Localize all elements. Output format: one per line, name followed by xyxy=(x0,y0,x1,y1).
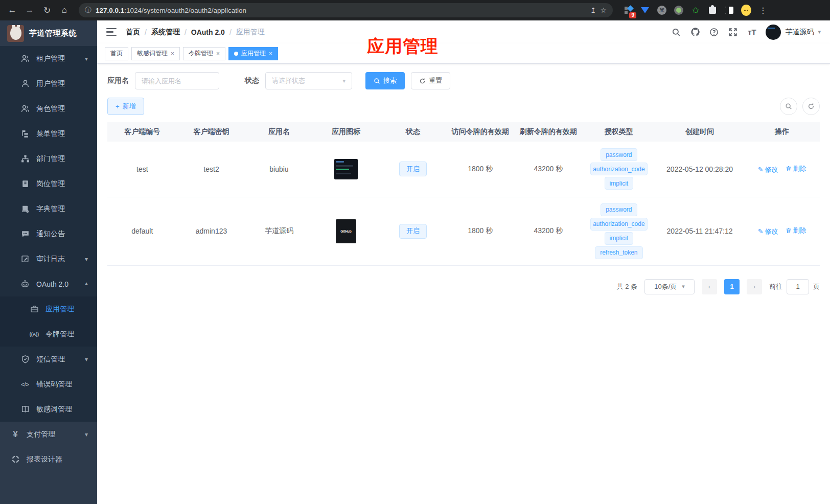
delete-link[interactable]: 删除 xyxy=(786,164,806,173)
main-area: 应用管理 首页 / 系统管理 / OAuth 2.0 / 应用管理 xyxy=(97,20,830,504)
home-icon[interactable]: ⌂ xyxy=(57,3,72,17)
edit-link[interactable]: ✎ 修改 xyxy=(758,227,778,236)
sidebar-item-dept[interactable]: 部门管理 xyxy=(0,146,97,171)
tree-list-icon xyxy=(20,129,30,138)
help-question-icon[interactable] xyxy=(709,27,719,37)
avatar xyxy=(766,25,781,40)
refresh-icon xyxy=(808,103,815,110)
share-icon[interactable]: ↥ xyxy=(590,6,596,14)
cell-created: 2022-05-11 21:47:12 xyxy=(655,197,744,265)
breadcrumb-system[interactable]: 系统管理 xyxy=(151,28,180,37)
token-signal-icon: ((A)) xyxy=(30,332,39,337)
cell-refresh-ttl: 43200 秒 xyxy=(514,197,583,265)
sidebar-item-oauth2-application[interactable]: 应用管理 xyxy=(0,296,97,322)
cell-app-name: biubiu xyxy=(245,142,312,197)
sidebar-item-menu[interactable]: 菜单管理 xyxy=(0,121,97,146)
forward-icon[interactable]: → xyxy=(22,3,37,17)
sidebar-item-sensitive-word[interactable]: 敏感词管理 xyxy=(0,397,97,422)
extension-badge: 9 xyxy=(629,12,636,18)
sidebar-item-report-designer[interactable]: 报表设计器 xyxy=(0,447,97,472)
close-icon[interactable]: × xyxy=(171,50,174,57)
sidebar-item-error-code[interactable]: </> 错误码管理 xyxy=(0,372,97,397)
yen-icon: ¥ xyxy=(11,429,20,440)
green-dot-extension-icon[interactable] xyxy=(674,5,684,15)
prev-page-button[interactable]: ‹ xyxy=(702,279,717,294)
browser-menu-icon[interactable]: ⋮ xyxy=(758,5,768,15)
breadcrumb-oauth[interactable]: OAuth 2.0 xyxy=(191,28,225,36)
add-button[interactable]: + 新增 xyxy=(107,98,144,115)
back-icon[interactable]: ← xyxy=(5,3,19,17)
code-icon: </> xyxy=(20,381,30,387)
cell-status: 开启 xyxy=(379,197,446,265)
sidebar-item-role[interactable]: 角色管理 xyxy=(0,96,97,121)
sidebar-item-label: 部门管理 xyxy=(36,154,65,164)
split-view-icon[interactable] xyxy=(724,5,734,15)
chevron-down-icon: ▾ xyxy=(85,431,88,438)
status-badge: 开启 xyxy=(399,162,427,176)
breadcrumb-home[interactable]: 首页 xyxy=(126,28,140,37)
status-select[interactable]: 请选择状态 ▾ xyxy=(265,72,352,89)
sidebar-item-dict[interactable]: 字典管理 xyxy=(0,196,97,221)
edit-link[interactable]: ✎ 修改 xyxy=(758,165,778,174)
close-icon[interactable]: × xyxy=(269,50,272,57)
font-size-icon[interactable]: тT xyxy=(747,27,757,37)
grant-tag: password xyxy=(601,203,637,216)
report-wheel-icon xyxy=(11,455,20,464)
command-extension-icon[interactable]: ⌘ xyxy=(657,5,667,15)
search-icon xyxy=(785,103,792,110)
app-logo-row[interactable]: 芋道管理系统 xyxy=(0,20,97,46)
col-created: 创建时间 xyxy=(655,122,744,142)
refresh-table-button[interactable] xyxy=(802,98,820,115)
search-button[interactable]: 搜索 xyxy=(365,72,405,89)
sidebar-item-oauth2-token[interactable]: ((A)) 令牌管理 xyxy=(0,322,97,347)
delete-link[interactable]: 删除 xyxy=(786,226,806,235)
reset-button[interactable]: 重置 xyxy=(411,72,450,89)
cell-actions: ✎ 修改 删除 xyxy=(744,142,820,197)
goto-page-input[interactable] xyxy=(787,279,809,294)
search-icon[interactable] xyxy=(671,27,681,37)
github-icon[interactable] xyxy=(690,27,700,37)
sidebar-item-tenant[interactable]: 租户管理 ▾ xyxy=(0,46,97,71)
tab-home[interactable]: 首页 xyxy=(105,47,128,60)
sidebar-item-audit-log[interactable]: 审计日志 ▾ xyxy=(0,246,97,271)
close-icon[interactable]: × xyxy=(216,50,220,57)
shield-check-icon xyxy=(20,355,30,363)
goto-prefix: 前往 xyxy=(769,282,782,291)
dictionary-book-icon xyxy=(20,204,30,213)
sidebar-item-notice[interactable]: 通知公告 xyxy=(0,221,97,246)
next-page-button[interactable]: › xyxy=(747,279,762,294)
col-status: 状态 xyxy=(379,122,446,142)
app-name-input[interactable] xyxy=(135,72,219,89)
reload-icon[interactable]: ↻ xyxy=(40,3,54,17)
tab-sensitive-word[interactable]: 敏感词管理 × xyxy=(131,47,180,60)
sidebar-item-sms[interactable]: 短信管理 ▾ xyxy=(0,347,97,372)
green-star-extension-icon[interactable]: ✩ xyxy=(690,5,701,15)
sidebar-item-oauth2[interactable]: OAuth 2.0 ▾ xyxy=(0,271,97,296)
collapse-sidebar-icon[interactable] xyxy=(106,28,117,36)
col-access-ttl: 访问令牌的有效期 xyxy=(447,122,514,142)
col-client-id: 客户端编号 xyxy=(107,122,177,142)
site-info-icon[interactable]: ⓘ xyxy=(85,6,91,15)
address-bar[interactable]: ⓘ 127.0.0.1:1024/system/oauth2/oauth2/ap… xyxy=(79,3,613,17)
cell-status: 开启 xyxy=(379,142,446,197)
page-number-1[interactable]: 1 xyxy=(724,279,740,294)
tab-grid-extension-icon[interactable]: 9 xyxy=(623,5,633,15)
extensions-puzzle-icon[interactable] xyxy=(707,5,718,15)
tab-token[interactable]: 令牌管理 × xyxy=(183,47,225,60)
sidebar-item-post[interactable]: 岗位管理 xyxy=(0,171,97,196)
reset-button-label: 重置 xyxy=(429,76,442,85)
open-book-icon xyxy=(20,405,30,414)
page-size-select[interactable]: 10条/页 ▾ xyxy=(644,279,695,294)
sidebar-item-label: OAuth 2.0 xyxy=(36,280,68,288)
gem-extension-icon[interactable] xyxy=(640,5,650,15)
user-menu[interactable]: 芋道源码 ▾ xyxy=(766,25,821,40)
sidebar-item-label: 菜单管理 xyxy=(36,129,65,139)
sidebar-item-user[interactable]: 用户管理 xyxy=(0,71,97,96)
cell-client-id: default xyxy=(107,197,177,265)
profile-avatar-icon[interactable] xyxy=(741,5,751,15)
tab-application[interactable]: 应用管理 × xyxy=(228,47,278,60)
sidebar-item-payment[interactable]: ¥ 支付管理 ▾ xyxy=(0,422,97,447)
toggle-search-button[interactable] xyxy=(780,98,797,115)
fullscreen-icon[interactable] xyxy=(728,27,738,37)
bookmark-star-icon[interactable]: ☆ xyxy=(600,6,607,14)
